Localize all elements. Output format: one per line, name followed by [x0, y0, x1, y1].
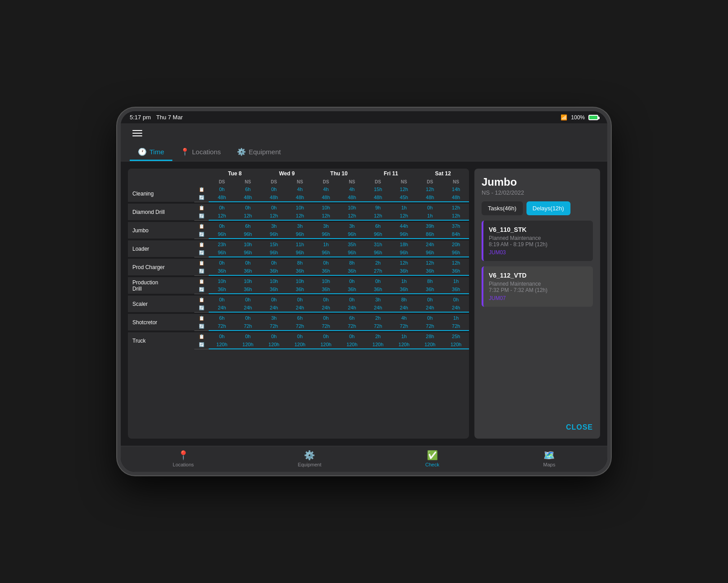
cell-bot-8-9: 120h: [443, 340, 469, 349]
cell-bot-6-0: 24h: [209, 304, 235, 312]
cell-bot-5-4: 36h: [313, 285, 339, 294]
row-bot-icon-0: 🔄: [194, 193, 209, 202]
bottom-nav-equipment[interactable]: ⚙️ Equipment: [298, 450, 321, 467]
row-bot-icon-7: 🔄: [194, 322, 209, 331]
cell-top-1-1: 0h: [235, 204, 261, 212]
cell-top-8-8: 28h: [417, 332, 443, 340]
delay-card-0[interactable]: V6_110_STK Planned Maintenance 8:19 AM -…: [482, 221, 593, 261]
cell-top-7-2: 3h: [261, 314, 287, 322]
cell-top-3-3: 11h: [287, 240, 313, 248]
row-bot-icon-4: 🔄: [194, 267, 209, 275]
cell-top-6-5: 0h: [339, 296, 365, 304]
cell-top-2-7: 44h: [391, 222, 417, 230]
cell-bot-1-0: 12h: [209, 212, 235, 220]
cell-top-7-7: 4h: [391, 314, 417, 322]
cell-bot-2-9: 84h: [443, 230, 469, 239]
cell-bot-2-1: 96h: [235, 230, 261, 239]
cell-top-7-0: 6h: [209, 314, 235, 322]
cell-top-6-6: 3h: [365, 296, 391, 304]
panel-subtitle: NS - 12/02/2022: [482, 189, 593, 196]
tab-time[interactable]: 🕐 Time: [130, 143, 172, 161]
cell-bot-6-2: 24h: [261, 304, 287, 312]
cell-bot-4-5: 36h: [339, 267, 365, 275]
bottom-nav: 📍 Locations ⚙️ Equipment ✅ Check 🗺️ Maps: [121, 446, 607, 472]
cell-bot-3-7: 96h: [391, 248, 417, 257]
delay-card-1[interactable]: V6_112_VTD Planned Maintenance 7:32 PM -…: [482, 266, 593, 307]
status-bar: 5:17 pm Thu 7 Mar 📶 100%: [121, 111, 607, 123]
cell-bot-4-4: 36h: [313, 267, 339, 275]
cell-bot-1-7: 12h: [391, 212, 417, 220]
row-label-3: Loader: [128, 240, 194, 257]
cell-top-3-6: 31h: [365, 240, 391, 248]
cell-bot-1-2: 12h: [261, 212, 287, 220]
cell-bot-6-3: 24h: [287, 304, 313, 312]
cell-top-8-7: 1h: [391, 332, 417, 340]
cell-bot-1-4: 12h: [313, 212, 339, 220]
cell-top-0-5: 4h: [339, 185, 365, 193]
cell-bot-7-3: 72h: [287, 322, 313, 331]
bottom-nav-maps[interactable]: 🗺️ Maps: [543, 450, 555, 467]
cell-bot-4-1: 36h: [235, 267, 261, 275]
panel-title: Jumbo: [482, 176, 593, 188]
row-label-6: Scaler: [128, 296, 194, 312]
row-label-4: Prod Charger: [128, 259, 194, 275]
delay-0-type: Planned Maintenance: [489, 235, 588, 241]
tab-equipment[interactable]: ⚙️ Equipment: [229, 143, 289, 161]
row-label-7: Shotcretor: [128, 314, 194, 331]
cell-top-7-3: 6h: [287, 314, 313, 322]
cell-top-2-6: 6h: [365, 222, 391, 230]
schedule-panel: Tue 8 Wed 9 Thu 10 Fri 11 Sat 12 DS NS D…: [128, 169, 469, 439]
cell-bot-8-5: 120h: [339, 340, 365, 349]
bottom-maps-label: Maps: [543, 462, 555, 467]
tab-locations[interactable]: 📍 Locations: [172, 143, 229, 161]
cell-bot-8-3: 120h: [287, 340, 313, 349]
tasks-tab[interactable]: Tasks(46h): [482, 201, 523, 215]
cell-bot-5-3: 36h: [287, 285, 313, 294]
col-tue8: Tue 8: [209, 169, 261, 178]
cell-bot-6-8: 24h: [417, 304, 443, 312]
cell-top-3-0: 23h: [209, 240, 235, 248]
cell-top-1-4: 10h: [313, 204, 339, 212]
cell-bot-7-8: 72h: [417, 322, 443, 331]
row-top-icon-6: 📋: [194, 296, 209, 304]
cell-bot-3-0: 96h: [209, 248, 235, 257]
cell-top-3-5: 35h: [339, 240, 365, 248]
delays-tab[interactable]: Delays(12h): [526, 201, 570, 215]
cell-bot-7-0: 72h: [209, 322, 235, 331]
hamburger-menu[interactable]: [130, 127, 145, 139]
sub-ds-2: DS: [313, 178, 339, 186]
schedule-scroll[interactable]: Tue 8 Wed 9 Thu 10 Fri 11 Sat 12 DS NS D…: [128, 169, 469, 439]
cell-top-2-3: 3h: [287, 222, 313, 230]
cell-top-1-9: 12h: [443, 204, 469, 212]
battery-percent: 100%: [571, 114, 585, 121]
cell-bot-5-5: 36h: [339, 285, 365, 294]
cell-top-4-7: 12h: [391, 259, 417, 267]
panel-tabs: Tasks(46h) Delays(12h): [482, 201, 593, 215]
cell-bot-2-2: 96h: [261, 230, 287, 239]
cell-bot-5-8: 36h: [417, 285, 443, 294]
cell-top-6-0: 0h: [209, 296, 235, 304]
cell-bot-8-2: 120h: [261, 340, 287, 349]
cell-top-4-4: 0h: [313, 259, 339, 267]
cell-top-5-8: 8h: [417, 277, 443, 285]
bottom-nav-locations[interactable]: 📍 Locations: [173, 450, 194, 467]
row-label-8: Truck: [128, 332, 194, 349]
cell-bot-7-2: 72h: [261, 322, 287, 331]
cell-bot-1-9: 12h: [443, 212, 469, 220]
cell-top-8-2: 0h: [261, 332, 287, 340]
close-button[interactable]: CLOSE: [566, 423, 593, 431]
cell-bot-0-9: 48h: [443, 193, 469, 202]
cell-top-0-6: 15h: [365, 185, 391, 193]
cell-bot-6-4: 24h: [313, 304, 339, 312]
cell-top-4-6: 2h: [365, 259, 391, 267]
cell-bot-7-7: 72h: [391, 322, 417, 331]
cell-top-2-9: 37h: [443, 222, 469, 230]
bottom-nav-check[interactable]: ✅ Check: [425, 450, 439, 467]
cell-top-3-9: 20h: [443, 240, 469, 248]
cell-bot-2-7: 96h: [391, 230, 417, 239]
delay-1-unit: JUM07: [489, 295, 588, 301]
row-label-5: Production Drill: [128, 277, 194, 294]
cell-top-4-3: 8h: [287, 259, 313, 267]
cell-top-6-4: 0h: [313, 296, 339, 304]
cell-bot-7-4: 72h: [313, 322, 339, 331]
